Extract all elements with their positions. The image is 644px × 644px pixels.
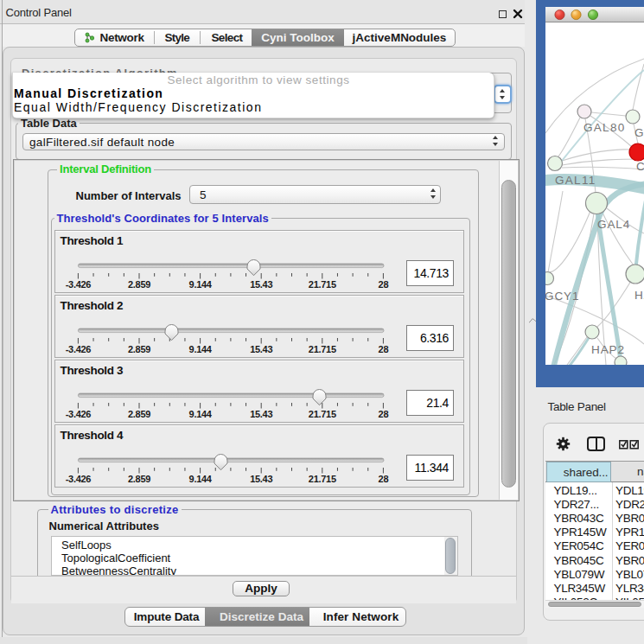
svg-text:15.43: 15.43: [250, 409, 272, 419]
svg-text:C: C: [636, 160, 644, 173]
svg-text:-3.426: -3.426: [65, 344, 91, 354]
svg-text:2.859: 2.859: [127, 474, 150, 484]
svg-text:HA: HA: [634, 289, 644, 302]
svg-text:GAL4: GAL4: [597, 218, 630, 231]
svg-text:21.715: 21.715: [308, 474, 335, 484]
svg-text:9.144: 9.144: [188, 344, 212, 354]
svg-text:-3.426: -3.426: [65, 474, 91, 484]
svg-text:28: 28: [378, 474, 388, 484]
svg-text:9.144: 9.144: [188, 279, 212, 290]
svg-text:-3.426: -3.426: [65, 279, 91, 290]
svg-text:21.715: 21.715: [308, 409, 335, 419]
svg-text:9.144: 9.144: [188, 474, 212, 484]
svg-text:21.715: 21.715: [308, 344, 335, 354]
svg-text:GAL11: GAL11: [555, 174, 596, 187]
svg-text:28: 28: [378, 344, 388, 354]
svg-text:GCY1: GCY1: [545, 290, 579, 303]
svg-text:15.43: 15.43: [250, 474, 272, 484]
svg-text:9.144: 9.144: [188, 409, 212, 419]
svg-text:28: 28: [378, 409, 388, 419]
svg-text:GAL80: GAL80: [583, 121, 626, 134]
svg-text:2.859: 2.859: [127, 344, 150, 354]
svg-text:15.43: 15.43: [250, 279, 272, 290]
svg-text:2.859: 2.859: [127, 409, 150, 419]
svg-text:-3.426: -3.426: [65, 409, 91, 419]
svg-text:15.43: 15.43: [250, 344, 272, 354]
svg-text:GA: GA: [634, 126, 644, 139]
svg-text:28: 28: [378, 279, 388, 290]
svg-text:21.715: 21.715: [308, 279, 335, 290]
svg-text:2.859: 2.859: [127, 279, 150, 290]
svg-text:HAP2: HAP2: [591, 343, 625, 356]
